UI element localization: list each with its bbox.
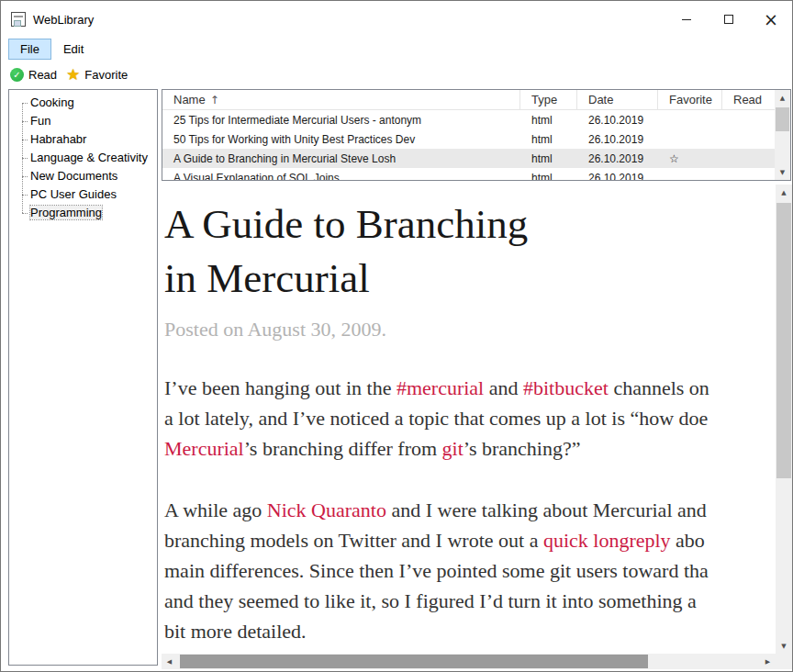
toolbar: ✓ Read ★ Favorite: [1, 60, 792, 89]
article-text: abo: [671, 529, 705, 552]
article-text: a lot lately, and I’ve noticed a topic t…: [164, 407, 708, 430]
read-check-icon: ✓: [10, 68, 24, 82]
article-text: A while ago: [164, 498, 267, 521]
doc-name: A Visual Explanation of SQL Joins: [162, 172, 520, 181]
sort-ascending-icon: ↑: [210, 94, 219, 106]
sidebar-item-programming[interactable]: Programming: [9, 204, 157, 222]
document-viewer: A Guide to Branching in Mercurial Posted…: [162, 185, 792, 671]
sidebar-item-cooking[interactable]: Cooking: [9, 94, 157, 112]
doc-date: 26.10.2019: [577, 172, 658, 181]
read-button-label: Read: [28, 68, 57, 82]
article-line: Mercurial’s branching differ from git’s …: [164, 433, 776, 464]
article-title-line: in Mercurial: [164, 252, 776, 306]
scroll-down-icon[interactable]: ▼: [775, 164, 790, 180]
scroll-down-icon[interactable]: ▼: [776, 638, 792, 654]
doc-favorite-star-icon: ☆: [658, 152, 722, 165]
article-horizontal-scrollbar[interactable]: ◀ ▶: [162, 654, 776, 669]
article-paragraph: I’ve been hanging out in the #mercurial …: [164, 373, 776, 464]
scroll-left-icon[interactable]: ◀: [162, 654, 177, 669]
title-bar: WebLibrary ×: [1, 1, 792, 38]
table-row[interactable]: 25 Tips for Intermediate Mercurial Users…: [162, 110, 775, 129]
table-row[interactable]: 50 Tips for Working with Unity Best Prac…: [162, 129, 775, 149]
doc-type: html: [520, 114, 577, 127]
sidebar-item-habrahabr[interactable]: Habrahabr: [9, 130, 157, 149]
app-icon: [11, 12, 26, 27]
article-line: branching models on Twitter and I wrote …: [164, 525, 776, 555]
article-line: bit more detailed.: [164, 616, 776, 646]
window-title: WebLibrary: [33, 13, 94, 27]
sidebar-item-label: Cooking: [30, 95, 74, 109]
article-text: branching models on Twitter and I wrote …: [164, 529, 543, 552]
sidebar-item-language-creativity[interactable]: Language & Creativity: [9, 149, 157, 167]
article-text: I’ve been hanging out in the: [164, 376, 396, 399]
close-icon: ×: [764, 11, 778, 28]
article-viewport: A Guide to Branching in Mercurial Posted…: [162, 185, 776, 654]
column-header-favorite[interactable]: Favorite: [658, 90, 722, 109]
article-posted-date: Posted on August 30, 2009.: [164, 318, 776, 342]
article-hscroll-thumb[interactable]: [180, 655, 648, 668]
article: A Guide to Branching in Mercurial Posted…: [162, 185, 776, 646]
document-table: Name ↑ Type Date Favorite Read 25 Tips f…: [162, 89, 791, 181]
table-header: Name ↑ Type Date Favorite Read: [162, 90, 790, 110]
sidebar-item-label: Language & Creativity: [30, 151, 148, 164]
scrollbar-corner: [776, 654, 792, 669]
article-line: A while ago Nick Quaranto and I were tal…: [164, 495, 776, 525]
scroll-up-icon[interactable]: ▲: [776, 185, 792, 200]
table-scrollbar-thumb[interactable]: [776, 107, 789, 131]
maximize-icon: [724, 15, 733, 24]
doc-type: html: [520, 152, 577, 165]
table-body: 25 Tips for Intermediate Mercurial Users…: [162, 110, 775, 180]
doc-name: 50 Tips for Working with Unity Best Prac…: [162, 133, 520, 146]
article-link[interactable]: #bitbucket: [523, 376, 609, 399]
article-link[interactable]: Nick Quaranto: [267, 498, 386, 521]
article-text: ’s branching differ from: [244, 437, 442, 460]
menu-file[interactable]: File: [8, 39, 51, 60]
minimize-button[interactable]: [665, 1, 708, 38]
scroll-up-icon[interactable]: ▲: [775, 90, 790, 106]
sidebar-item-label: Fun: [30, 114, 50, 128]
sidebar-item-new-documents[interactable]: New Documents: [9, 167, 157, 185]
article-link[interactable]: #mercurial: [396, 376, 484, 399]
close-button[interactable]: ×: [750, 1, 792, 38]
article-text: and: [484, 376, 523, 399]
favorite-button-label: Favorite: [84, 68, 128, 82]
column-header-date[interactable]: Date: [577, 90, 658, 109]
article-text: and they seemed to like it, so I figured…: [164, 589, 697, 612]
menu-edit[interactable]: Edit: [51, 39, 95, 60]
sidebar-item-label: Habrahabr: [30, 132, 86, 146]
app-window: WebLibrary × File Edit ✓ Read ★ Favorite…: [0, 0, 793, 672]
article-vertical-scrollbar[interactable]: ▲ ▼: [776, 185, 792, 654]
article-text: bit more detailed.: [164, 620, 307, 643]
article-text: channels on: [609, 376, 709, 399]
column-header-name-label: Name: [173, 93, 206, 106]
minimize-icon: [682, 19, 691, 20]
column-header-type[interactable]: Type: [520, 90, 577, 109]
article-title-line: A Guide to Branching: [164, 197, 776, 252]
doc-type: html: [520, 133, 577, 146]
column-header-name[interactable]: Name ↑: [162, 90, 520, 109]
doc-type: html: [520, 172, 577, 181]
article-vscroll-thumb[interactable]: [776, 203, 791, 478]
article-line: I’ve been hanging out in the #mercurial …: [164, 373, 776, 403]
read-button[interactable]: ✓ Read: [10, 68, 57, 82]
doc-name: 25 Tips for Intermediate Mercurial Users…: [162, 114, 520, 127]
table-scrollbar[interactable]: ▲ ▼: [775, 90, 790, 180]
article-link[interactable]: git: [442, 437, 464, 460]
article-text: main differences. Since then I’ve pointe…: [164, 559, 709, 582]
article-link[interactable]: quick longreply: [543, 529, 671, 552]
maximize-button[interactable]: [708, 1, 750, 38]
doc-date: 26.10.2019: [577, 152, 658, 165]
sidebar-item-pc-user-guides[interactable]: PC User Guides: [9, 185, 157, 204]
menu-bar: File Edit: [1, 38, 792, 60]
sidebar-item-label: New Documents: [30, 169, 117, 183]
sidebar-item-fun[interactable]: Fun: [9, 112, 157, 130]
article-text: and I were talking about Mercurial and: [386, 498, 707, 521]
article-link[interactable]: Mercurial: [164, 437, 244, 460]
article-line: and they seemed to like it, so I figured…: [164, 586, 776, 616]
article-paragraph: A while ago Nick Quaranto and I were tal…: [164, 495, 776, 646]
scroll-right-icon[interactable]: ▶: [760, 654, 776, 669]
favorite-button[interactable]: ★ Favorite: [66, 67, 128, 83]
window-controls: ×: [665, 1, 792, 38]
table-row-selected[interactable]: A Guide to Branching in Mercurial Steve …: [162, 149, 775, 168]
table-row[interactable]: A Visual Explanation of SQL Joins html 2…: [162, 168, 775, 180]
